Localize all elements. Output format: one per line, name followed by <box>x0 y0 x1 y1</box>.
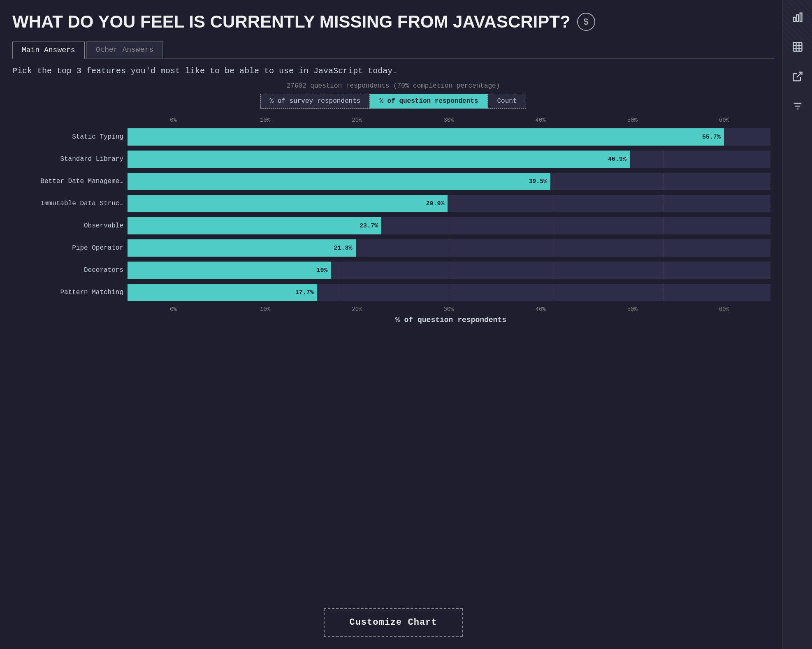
bar-value-label: 29.9% <box>426 200 444 207</box>
axis-bottom-30: 30% <box>403 306 494 313</box>
bar-label: Observable <box>12 222 123 229</box>
dollar-icon: $ <box>577 13 595 31</box>
filter-icon[interactable] <box>789 97 807 115</box>
axis-labels-top: 0% 10% 20% 30% 40% 50% 60% <box>128 117 770 123</box>
question-subtitle: Pick the top 3 features you'd most like … <box>12 66 774 76</box>
bar-chart-icon[interactable] <box>789 8 807 26</box>
sidebar <box>782 0 812 649</box>
axis-label-30: 30% <box>403 117 494 123</box>
bar-fill: 17.7% <box>128 284 317 301</box>
bar-value-label: 55.7% <box>702 134 721 141</box>
axis-label-20: 20% <box>311 117 403 123</box>
axis-label-50: 50% <box>587 117 678 123</box>
chart-area: 0% 10% 20% 30% 40% 50% 60% Static Typing… <box>12 117 774 596</box>
bar-label: Pipe Operator <box>12 244 123 252</box>
bar-row: Decorators19% <box>128 259 770 281</box>
bar-row: Immutable Data Struc…29.9% <box>128 192 770 215</box>
bar-row: Static Typing55.7% <box>128 126 770 148</box>
axis-bottom-0: 0% <box>128 306 219 313</box>
bars-container: Static Typing55.7%Standard Library46.9%B… <box>128 126 770 304</box>
tab-main-answers[interactable]: Main Answers <box>12 42 85 59</box>
toggle-question-pct[interactable]: % of question respondents <box>370 94 487 109</box>
axis-bottom-40: 40% <box>495 306 587 313</box>
title-text: WHAT DO YOU FEEL IS CURRENTLY MISSING FR… <box>12 12 571 31</box>
bar-fill: 39.5% <box>128 173 550 190</box>
bar-fill: 19% <box>128 262 331 279</box>
bar-value-label: 46.9% <box>608 156 626 163</box>
axis-bottom-60: 60% <box>678 306 770 313</box>
bar-fill: 23.7% <box>128 217 381 234</box>
main-content: WHAT DO YOU FEEL IS CURRENTLY MISSING FR… <box>0 0 782 649</box>
bar-label: Immutable Data Struc… <box>12 200 123 207</box>
toggle-count[interactable]: Count <box>487 94 526 109</box>
export-icon[interactable] <box>789 67 807 86</box>
bar-label: Standard Library <box>12 155 123 163</box>
svg-rect-3 <box>793 43 802 51</box>
page-title: WHAT DO YOU FEEL IS CURRENTLY MISSING FR… <box>12 12 774 31</box>
bar-label: Static Typing <box>12 133 123 141</box>
bar-label: Better Date Manageme… <box>12 178 123 185</box>
bar-row: Standard Library46.9% <box>128 148 770 170</box>
bar-label: Decorators <box>12 267 123 274</box>
axis-bottom-10: 10% <box>219 306 311 313</box>
bar-row: Pipe Operator21.3% <box>128 237 770 259</box>
bar-fill: 55.7% <box>128 128 724 146</box>
svg-line-8 <box>796 72 802 78</box>
respondents-info: 27602 question respondents (70% completi… <box>12 82 774 90</box>
axis-label-10: 10% <box>219 117 311 123</box>
bar-value-label: 21.3% <box>334 245 352 252</box>
table-icon[interactable] <box>789 38 807 56</box>
x-axis-title: % of question respondents <box>128 316 774 324</box>
toggle-survey-pct[interactable]: % of survey respondents <box>260 94 370 109</box>
bar-label: Pattern Matching <box>12 289 123 296</box>
customize-btn-row: Customize Chart <box>12 608 774 637</box>
axis-label-60: 60% <box>678 117 770 123</box>
bar-value-label: 19% <box>317 267 328 274</box>
svg-rect-2 <box>800 13 802 22</box>
bar-fill: 46.9% <box>128 151 630 168</box>
axis-bottom-20: 20% <box>311 306 403 313</box>
axis-labels-bottom: 0% 10% 20% 30% 40% 50% 60% <box>128 306 770 313</box>
svg-rect-1 <box>796 15 798 21</box>
bar-value-label: 39.5% <box>529 178 547 185</box>
bar-value-label: 17.7% <box>295 289 314 296</box>
customize-chart-button[interactable]: Customize Chart <box>324 608 462 637</box>
bar-row: Pattern Matching17.7% <box>128 281 770 304</box>
display-mode-toggle: % of survey respondents % of question re… <box>12 94 774 109</box>
bar-fill: 29.9% <box>128 195 448 212</box>
bar-value-label: 23.7% <box>360 223 378 229</box>
bar-fill: 21.3% <box>128 239 356 257</box>
tab-other-answers[interactable]: Other Answers <box>86 41 163 58</box>
svg-rect-0 <box>793 17 795 22</box>
axis-label-40: 40% <box>495 117 587 123</box>
axis-label-0: 0% <box>128 117 219 123</box>
axis-bottom-50: 50% <box>587 306 678 313</box>
bar-row: Better Date Manageme…39.5% <box>128 170 770 192</box>
bar-row: Observable23.7% <box>128 215 770 237</box>
bars-chart-wrapper: Static Typing55.7%Standard Library46.9%B… <box>12 126 774 304</box>
tabs-container: Main Answers Other Answers <box>12 41 774 59</box>
